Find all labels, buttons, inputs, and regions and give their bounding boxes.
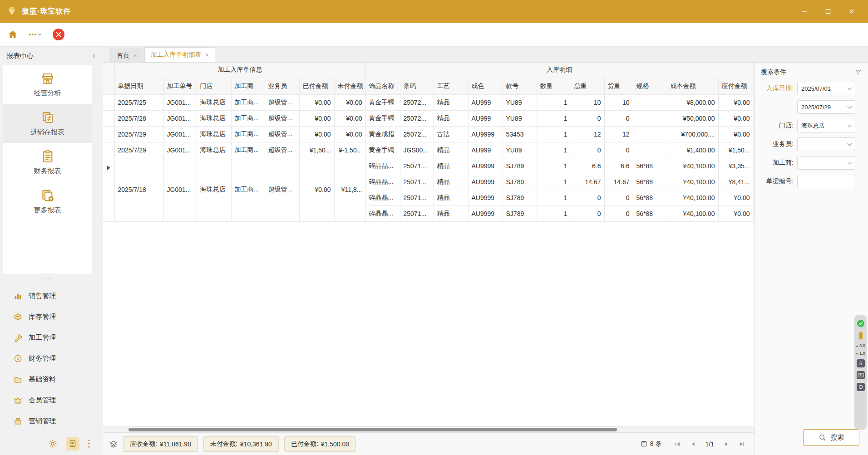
battery-icon[interactable] xyxy=(858,331,863,340)
cell: 10 xyxy=(571,94,604,110)
table-row[interactable]: 2025/7/29JG001...海珠总店加工商...超级管...¥1,50..… xyxy=(103,142,753,158)
field-end-date[interactable]: 2025/07/29 xyxy=(797,100,855,114)
sidebar-item-sales[interactable]: 销售管理 xyxy=(0,285,103,306)
total-chip: 应收金额:¥11,861.90 xyxy=(123,436,198,452)
cell: 海珠总店 xyxy=(197,126,231,142)
close-button[interactable] xyxy=(846,6,857,17)
column-header[interactable]: 成色 xyxy=(468,78,503,94)
maximize-button[interactable] xyxy=(823,6,833,17)
sales-icon xyxy=(14,292,22,300)
splitter-handle[interactable]: :::: xyxy=(3,274,92,282)
tab-report[interactable]: 加工入库单明细表× xyxy=(144,47,216,62)
minimize-button[interactable] xyxy=(799,6,810,17)
sidebar-item-label: 加工管理 xyxy=(29,333,56,342)
column-header[interactable]: 款号 xyxy=(503,78,537,94)
cell: 12 xyxy=(604,126,633,142)
search-panel-title: 搜索条件 xyxy=(761,68,786,76)
sidebar-item-more-reports[interactable]: 更多报表 xyxy=(3,182,92,221)
sidebar-item-inventory-report[interactable]: 进销存报表 xyxy=(3,104,92,143)
field-value: 2025/07/29 xyxy=(801,104,831,111)
page-indicator: 1/1 xyxy=(705,440,714,448)
sidebar-footer xyxy=(0,431,103,455)
horizontal-scrollbar[interactable] xyxy=(103,426,754,432)
field-order-number[interactable] xyxy=(797,175,855,188)
input-method-icon[interactable]: S xyxy=(857,359,865,367)
report-shortcut-button[interactable] xyxy=(66,437,79,450)
window-controls xyxy=(799,6,862,17)
app-title: 傲蓝·珠宝软件 xyxy=(22,7,71,16)
scrollbar-thumb[interactable] xyxy=(128,428,617,431)
cell: 1 xyxy=(537,158,571,174)
close-all-button[interactable] xyxy=(52,28,65,41)
column-header[interactable]: 加工单号 xyxy=(163,78,197,94)
sidebar-item-inventory[interactable]: 库存管理 xyxy=(0,306,103,327)
row-expander[interactable] xyxy=(103,110,114,126)
layers-icon[interactable] xyxy=(109,440,118,448)
settings-gear-icon[interactable] xyxy=(48,439,58,449)
column-header[interactable]: 条码 xyxy=(400,78,434,94)
column-header[interactable]: 未付金额 xyxy=(334,78,365,94)
marketing-icon xyxy=(14,417,22,426)
column-header[interactable]: 门店 xyxy=(197,78,231,94)
sidebar-item-marketing[interactable]: 营销管理 xyxy=(0,411,103,431)
sidebar-item-finance-report[interactable]: 财务报表 xyxy=(3,143,92,182)
filter-funnel-icon[interactable] xyxy=(855,69,862,75)
cell: ¥40,100.00 xyxy=(667,205,718,221)
tab-close-icon[interactable]: × xyxy=(133,53,137,59)
cell: YU89 xyxy=(503,142,537,158)
column-header[interactable]: 规格 xyxy=(633,78,667,94)
field-salesperson[interactable] xyxy=(797,137,855,151)
cell: 黄金戒指 xyxy=(365,126,400,142)
table-row[interactable]: 2025/7/29JG001...海珠总店加工商...超级管...¥0.00¥0… xyxy=(103,126,753,142)
cell: ¥11,8... xyxy=(334,158,365,221)
row-expander[interactable] xyxy=(103,142,114,158)
cell: ¥700,000.... xyxy=(667,126,718,142)
cell xyxy=(633,94,667,110)
tab-home[interactable]: 首页× xyxy=(110,49,143,62)
first-page-button[interactable] xyxy=(672,438,684,450)
row-expander[interactable] xyxy=(103,94,114,110)
column-header[interactable]: 加工商 xyxy=(231,78,265,94)
table-row[interactable]: 2025/7/28JG001...海珠总店加工商...超级管...¥0.00¥0… xyxy=(103,110,753,126)
table-row[interactable]: 2025/7/18JG001...海珠总店加工商...超级管...¥0.00¥1… xyxy=(103,158,753,174)
search-panel: 搜索条件 入库日期:2025/07/012025/07/29门店:海珠总店业务员… xyxy=(754,63,868,455)
column-header[interactable]: 单据日期 xyxy=(114,78,163,94)
column-header[interactable]: 货重 xyxy=(604,78,633,94)
security-check-icon[interactable] xyxy=(857,319,865,328)
next-page-button[interactable] xyxy=(720,438,732,450)
column-header[interactable]: 数量 xyxy=(537,78,571,94)
expand-arrow-icon[interactable] xyxy=(107,166,110,170)
last-page-button[interactable] xyxy=(736,438,748,450)
sidebar-item-processing[interactable]: 加工管理 xyxy=(0,327,103,348)
table-row[interactable]: 2025/7/25JG001...海珠总店加工商...超级管...¥0.00¥0… xyxy=(103,94,753,110)
cell: ¥0.00 xyxy=(334,94,365,110)
column-header[interactable]: 成本金额 xyxy=(667,78,718,94)
home-button[interactable] xyxy=(7,29,18,40)
cell: ¥0.00 xyxy=(334,110,365,126)
row-expander[interactable] xyxy=(103,126,114,142)
column-header[interactable]: 已付金额 xyxy=(299,78,334,94)
prev-page-button[interactable] xyxy=(687,438,699,450)
search-button[interactable]: 搜索 xyxy=(803,429,859,446)
keyboard-icon[interactable] xyxy=(857,371,865,379)
column-header[interactable]: 应付金额 xyxy=(718,78,753,94)
field-processor[interactable] xyxy=(797,156,855,170)
column-header[interactable]: 总重 xyxy=(571,78,604,94)
field-start-date[interactable]: 2025/07/01 xyxy=(797,82,855,95)
quick-menu-button[interactable] xyxy=(27,31,43,38)
field-store[interactable]: 海珠总店 xyxy=(797,119,855,132)
sidebar-item-finance[interactable]: ¥财务管理 xyxy=(0,348,103,369)
sidebar-item-base-data[interactable]: 基础资料 xyxy=(0,369,103,390)
screenshot-tool-icon[interactable] xyxy=(857,383,865,391)
column-header[interactable]: 工艺 xyxy=(434,78,468,94)
sidebar-item-member[interactable]: 会员管理 xyxy=(0,390,103,411)
more-options-kebab-icon[interactable] xyxy=(88,439,90,448)
tab-close-icon[interactable]: × xyxy=(206,52,209,58)
row-expander[interactable] xyxy=(103,158,114,221)
column-header[interactable]: 业务员 xyxy=(265,78,299,94)
field-value: 海珠总店 xyxy=(801,122,825,130)
column-header[interactable]: 饰品名称 xyxy=(365,78,400,94)
cell: ¥0.00 xyxy=(718,190,753,205)
collapse-sidebar-icon[interactable] xyxy=(91,53,97,59)
sidebar-item-shop-analysis[interactable]: 经营分析 xyxy=(3,65,92,104)
